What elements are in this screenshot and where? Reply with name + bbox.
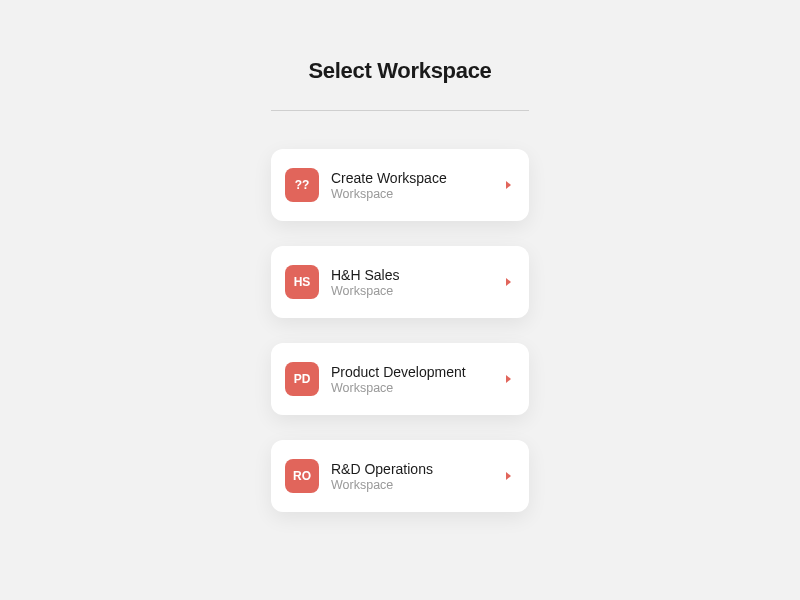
workspace-avatar: PD [285, 362, 319, 396]
workspace-avatar: ?? [285, 168, 319, 202]
workspace-name: Create Workspace [331, 170, 481, 186]
workspace-subtitle: Workspace [331, 284, 505, 298]
workspace-card-hh-sales[interactable]: HS H&H Sales Workspace [271, 246, 529, 318]
chevron-right-icon [505, 180, 513, 190]
workspace-subtitle: Workspace [331, 478, 505, 492]
workspace-subtitle: Workspace [331, 381, 505, 395]
workspace-name: Product Development [331, 364, 481, 380]
workspace-text: Product Development Workspace [331, 364, 505, 395]
workspace-text: Create Workspace Workspace [331, 170, 505, 201]
workspace-name: R&D Operations [331, 461, 481, 477]
divider [271, 110, 529, 111]
workspace-text: H&H Sales Workspace [331, 267, 505, 298]
workspace-avatar: HS [285, 265, 319, 299]
page-title: Select Workspace [308, 58, 491, 84]
workspace-list: ?? Create Workspace Workspace HS H&H Sal… [271, 149, 529, 512]
workspace-card-create[interactable]: ?? Create Workspace Workspace [271, 149, 529, 221]
workspace-card-product-development[interactable]: PD Product Development Workspace [271, 343, 529, 415]
workspace-text: R&D Operations Workspace [331, 461, 505, 492]
workspace-name: H&H Sales [331, 267, 481, 283]
chevron-right-icon [505, 277, 513, 287]
workspace-card-rd-operations[interactable]: RO R&D Operations Workspace [271, 440, 529, 512]
chevron-right-icon [505, 471, 513, 481]
chevron-right-icon [505, 374, 513, 384]
workspace-subtitle: Workspace [331, 187, 505, 201]
workspace-avatar: RO [285, 459, 319, 493]
